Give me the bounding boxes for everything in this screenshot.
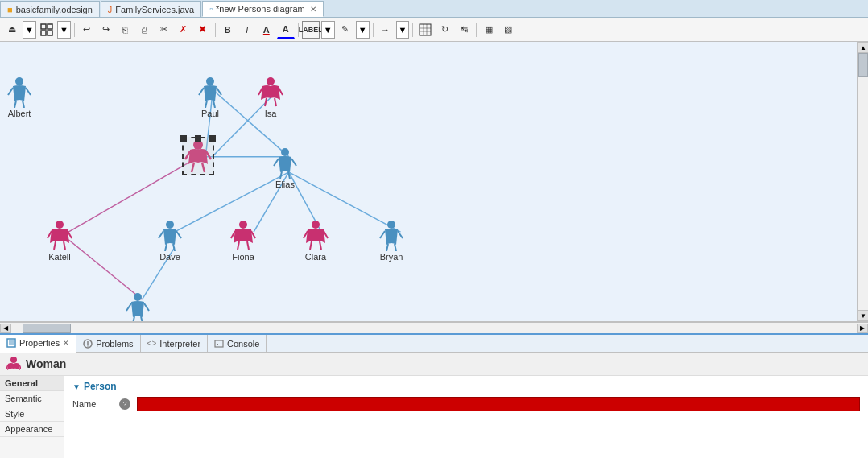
node-isa[interactable]: Isa [258,76,283,118]
properties-icon [6,338,16,348]
grid-button[interactable] [416,21,434,39]
properties-tab-close[interactable]: ✕ [63,339,69,347]
node-bryan[interactable]: Bryan [378,219,404,262]
horizontal-scrollbar[interactable]: ◀ ▶ [0,322,868,333]
svg-line-72 [144,303,149,311]
clara-label: Clara [305,252,326,262]
copy-button[interactable]: ⎘ [117,21,134,39]
refresh-button[interactable]: ↹ [455,21,473,39]
merge-button[interactable]: ▦ [480,21,498,39]
undo-button[interactable]: ↩ [78,21,96,39]
svg-line-66 [380,231,385,238]
layout-button[interactable] [38,21,56,39]
sidebar-item-semantic[interactable]: Semantic [0,391,64,406]
font-color-button[interactable]: A [258,21,275,39]
fiona-figure [230,219,256,251]
delete-all-button[interactable]: ✖ [194,21,212,39]
property-name-input[interactable] [137,397,860,411]
svg-line-43 [280,171,282,179]
property-section-title: Person [84,381,117,392]
paint-dropdown[interactable]: ▼ [356,21,370,39]
svg-line-63 [310,241,312,250]
bold-button[interactable]: B [219,21,237,39]
tab-close-icon[interactable]: ✕ [310,5,316,14]
svg-line-27 [26,88,31,95]
tab-basicfamily[interactable]: ■ basicfamily.odesign [0,1,100,17]
node-dave[interactable]: Dave [157,219,183,262]
paste-button[interactable]: ⎙ [136,21,154,39]
label-button[interactable]: LABEL [302,21,320,39]
cut-button[interactable]: ✂ [155,21,173,39]
font-size-button[interactable]: A [277,21,295,39]
svg-point-60 [312,221,320,229]
scroll-thumb[interactable] [858,53,868,77]
delete-button[interactable]: ✗ [175,21,192,39]
vertical-scrollbar[interactable]: ▲ ▼ [857,42,868,321]
split-button[interactable]: ▨ [499,21,517,39]
svg-point-85 [10,357,17,363]
svg-line-42 [291,159,296,166]
grid-icon [419,23,432,36]
svg-line-44 [288,171,290,179]
woman-icon [6,356,21,372]
new-button[interactable]: ⏏ [3,21,21,39]
svg-line-18 [68,240,142,299]
tab-problems[interactable]: Problems [76,335,140,353]
tab-console[interactable]: Console [208,335,267,353]
sidebar-item-style[interactable]: Style [0,406,64,422]
node-katell[interactable]: Katell [47,219,72,262]
paint-button[interactable]: ✎ [337,21,354,39]
svg-line-31 [199,88,204,95]
node-albert[interactable]: Albert [6,76,32,118]
albert-figure [6,76,32,108]
new-dropdown[interactable]: ▼ [23,21,36,39]
arrow-right-button[interactable]: → [377,21,395,39]
tab-persons-diagram[interactable]: ▫ *new Persons diagram ✕ [202,1,324,17]
svg-rect-2 [41,31,46,35]
svg-rect-0 [41,24,46,29]
node-paul[interactable]: Paul [197,76,223,118]
tab-properties[interactable]: Properties ✕ [0,335,76,353]
redo-button[interactable]: ↪ [97,21,115,39]
panel-entity-header: Woman [0,353,868,376]
sync-button[interactable]: ↻ [436,21,453,39]
node-selected[interactable] [184,138,213,174]
scroll-up-button[interactable]: ▲ [858,42,868,53]
scroll-down-button[interactable]: ▼ [858,310,868,321]
diagram-canvas[interactable]: Albert Paul [0,42,868,322]
sidebar-section-general: General [0,376,64,391]
sidebar-item-appearance[interactable]: Appearance [0,422,64,437]
panel-main: ▼ Person Name ? [64,376,868,458]
katell-figure [47,219,72,251]
svg-line-38 [265,98,267,106]
node-alain[interactable]: Alain [125,291,151,322]
tab-interpreter[interactable]: <> Interpreter [141,335,208,353]
sep6 [476,23,477,37]
node-clara[interactable]: Clara [303,219,329,262]
fiona-label: Fiona [232,252,254,262]
svg-point-30 [206,77,214,85]
panel-tab-bar: Properties ✕ Problems <> Interpreter [0,335,868,353]
arrow-dropdown[interactable]: ▼ [396,21,410,39]
node-elias[interactable]: Elias [272,146,298,189]
svg-line-74 [141,316,143,322]
scroll-left-button[interactable]: ◀ [0,324,11,333]
svg-line-71 [126,303,131,311]
svg-line-67 [398,231,403,238]
scroll-right-button[interactable]: ▶ [857,324,868,333]
collapse-arrow-icon[interactable]: ▼ [72,382,81,391]
svg-point-55 [239,221,247,229]
file-icon: ■ [7,5,13,14]
node-fiona[interactable]: Fiona [230,219,256,262]
scroll-h-thumb[interactable] [23,324,71,333]
italic-button[interactable]: I [238,21,256,39]
label-dropdown[interactable]: ▼ [321,21,335,39]
bryan-label: Bryan [380,252,403,262]
layout-dropdown[interactable]: ▼ [57,21,71,39]
svg-point-70 [134,293,142,301]
svg-point-65 [387,221,395,229]
tab-familyservices[interactable]: J FamilyServices.java [101,1,201,17]
console-icon [214,339,224,349]
property-help-icon[interactable]: ? [119,398,130,410]
tab-label: FamilyServices.java [115,5,194,14]
